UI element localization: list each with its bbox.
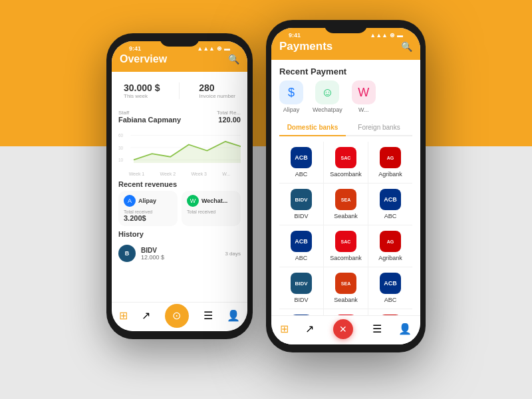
bank-seabank-2[interactable]: SEA Seabank [324,267,368,309]
time-front: 9:41 [289,32,301,39]
bidv-amount: 12.000 $ [141,254,219,261]
bank-abc-1[interactable]: ACB ABC [279,142,323,183]
week4-label: W... [222,172,230,176]
bank-bidv-1[interactable]: BIDV BIDV [279,184,323,225]
stat-amount-value: 30.000 $ [124,82,160,93]
seabank-logo-2: SEA [335,273,356,294]
stat-invoice: 280 Invoice number [199,82,235,99]
nav-list-back[interactable]: ☰ [203,309,213,322]
wifi-front: ⊛ [390,32,395,39]
status-icons-front: ▲▲▲ ⊛ ▬ [370,32,403,39]
total-info: Total Re... 120.00 [217,110,241,124]
overview-search-icon[interactable]: 🔍 [228,54,239,65]
stat-amount-label: This week [124,93,160,99]
sacombank-logo-1: SAC [335,147,356,168]
staff-info: Staff Fabiana Capmany [118,110,181,124]
close-button[interactable]: ✕ [333,319,353,339]
alipay-name: Alipay [138,198,156,204]
seabank-name-2: Seabank [334,297,358,303]
stat-divider [179,82,180,99]
revenue-card-alipay[interactable]: A Alipay Total received 3.200$ [118,191,178,226]
wechatpay-item[interactable]: ☺ Wechatpay [313,80,342,113]
recent-revenues-title: Recent revenues [112,176,247,191]
bidv-name-2: BIDV [294,297,308,303]
nav-user-front[interactable]: 👤 [398,323,412,335]
week2-label: Week 2 [160,172,176,176]
bottom-nav-front: ⊞ ↗ ✕ ☰ 👤 [271,315,420,344]
notch-front [325,20,368,33]
alipay-icon: A [124,195,136,207]
bidv-logo-1: BIDV [291,189,312,210]
stats-card: 30.000 $ This week 280 Invoice number [117,77,242,104]
bank-abc-3[interactable]: ACB ABC [279,225,323,267]
staff-label: Staff [118,110,181,116]
seabank-logo-1: SEA [335,189,356,210]
nav-user-back[interactable]: 👤 [227,309,240,322]
nav-home-back[interactable]: ⊞ [119,309,128,322]
chart-svg: 60 30 10 [118,128,241,168]
bottom-nav-back: ⊞ ↗ ⊙ ☰ 👤 [112,302,247,331]
revenue-card-wechat[interactable]: W Wechat... Total received [182,191,241,226]
nav-chart-front[interactable]: ↗ [305,323,314,335]
payments-search-icon[interactable]: 🔍 [401,41,412,52]
phone-payments: 9:41 ▲▲▲ ⊛ ▬ Payments 🔍 Recent Payment [266,20,426,352]
sacombank-name-2: Sacombank [330,255,362,261]
svg-text:60: 60 [118,133,124,138]
acb-logo-2: ACB [380,189,401,210]
nav-home-front[interactable]: ⊞ [280,323,289,335]
acb-logo-4: ACB [380,273,401,294]
bank-abc-2[interactable]: ACB ABC [368,184,412,225]
bank-agribank-2[interactable]: AG Agribank [368,225,412,267]
bidv-name-1: BIDV [294,213,308,219]
total-value: 120.00 [217,116,241,124]
nav-chart-back[interactable]: ↗ [142,309,150,322]
acb-logo-3: ACB [291,231,312,252]
total-label: Total Re... [217,110,241,116]
screen-payments: 9:41 ▲▲▲ ⊛ ▬ Payments 🔍 Recent Payment [271,28,420,344]
revenue-cards: A Alipay Total received 3.200$ W Wechat.… [112,191,247,226]
nav-list-front[interactable]: ☰ [372,323,382,335]
notch-back [160,33,200,47]
time-back: 9:41 [129,45,141,52]
payment-icons-row: $ Alipay ☺ Wechatpay W W... [271,80,420,120]
overview-title: Overview [120,53,167,65]
bank-seabank-1[interactable]: SEA Seabank [324,184,368,225]
staff-row: Staff Fabiana Capmany Total Re... 120.00 [112,104,247,125]
tab-foreign[interactable]: Foreign banks [346,120,412,135]
history-item-bidv[interactable]: B BIDV 12.000 $ 3 days [112,241,247,266]
bank-bidv-2[interactable]: BIDV BIDV [279,267,323,309]
battery-front: ▬ [397,32,403,39]
acb-name-3: ABC [295,255,308,261]
bank-sacombank-2[interactable]: SAC Sacombank [324,225,368,267]
phone-overview: 9:41 ▲▲▲ ⊛ ▬ Overview 🔍 30.000 $ [106,33,253,339]
tab-domestic[interactable]: Domestic banks [279,120,346,135]
acb-name-4: ABC [384,297,397,303]
other-pay-icon: W [352,80,376,104]
sacombank-name-1: Sacombank [330,171,362,178]
bank-abc-4[interactable]: ACB ABC [368,267,412,309]
week3-label: Week 3 [191,172,207,176]
bidv-time: 3 days [225,251,241,257]
alipay-pay-icon: $ [279,80,303,104]
bank-agribank-1[interactable]: AG Agribank [368,142,412,183]
acb-name-1: ABC [295,171,308,178]
week-labels: Week 1 Week 2 Week 3 W... [112,172,247,176]
sacombank-logo-2: SAC [335,231,356,252]
payments-title: Payments [279,40,332,53]
payments-title-row: Payments 🔍 [279,40,412,53]
chart-area: 60 30 10 [112,125,247,172]
nav-scan-back[interactable]: ⊙ [165,304,189,328]
seabank-name-1: Seabank [334,213,358,219]
acb-logo-1: ACB [291,147,312,168]
wechat-label: Total received [187,209,235,214]
bidv-name: BIDV [141,247,219,254]
bank-sacombank-1[interactable]: SAC Sacombank [324,142,368,183]
alipay-amount: 3.200$ [124,214,172,222]
signal-back: ▲▲▲ [197,45,215,52]
svg-text:10: 10 [118,158,124,162]
wechatpay-icon: ☺ [315,80,339,104]
alipay-pay-label: Alipay [283,106,300,113]
stat-invoice-label: Invoice number [199,93,235,99]
other-pay-item[interactable]: W W... [352,80,376,113]
alipay-pay-item[interactable]: $ Alipay [279,80,303,113]
